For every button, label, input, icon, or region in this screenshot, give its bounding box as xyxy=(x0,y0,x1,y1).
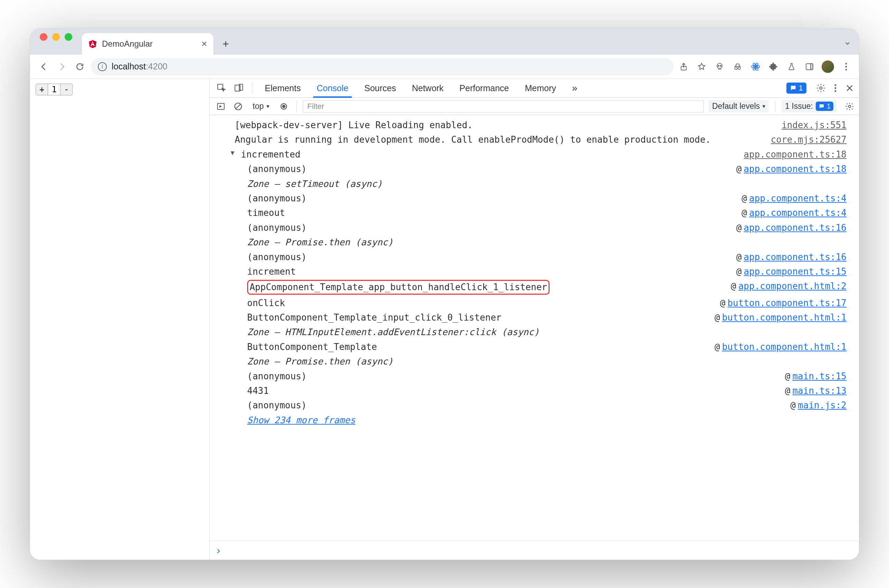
frame-location: @app.component.html:2 xyxy=(731,280,847,294)
chrome-menu-icon[interactable] xyxy=(840,61,852,72)
side-panel-icon[interactable] xyxy=(803,61,815,72)
frame-function: Zone — HTMLInputElement.addEventListener… xyxy=(247,326,847,338)
frame-location: @app.component.ts:4 xyxy=(742,207,847,219)
new-tab-button[interactable]: + xyxy=(219,37,233,51)
svg-point-27 xyxy=(282,105,285,108)
tab-sources[interactable]: Sources xyxy=(358,79,402,98)
separator xyxy=(775,101,775,112)
issues-label: 1 Issue: xyxy=(785,102,813,111)
decrement-button[interactable]: - xyxy=(60,84,72,95)
svg-point-4 xyxy=(718,65,719,66)
chevron-down-icon: ▾ xyxy=(763,103,765,110)
group-title: incremented xyxy=(241,148,737,160)
star-icon[interactable] xyxy=(696,61,707,72)
source-link[interactable]: app.component.html:2 xyxy=(738,281,847,291)
tabs-overflow-icon[interactable]: » xyxy=(566,79,584,98)
stack-frame: (anonymous)@app.component.ts:16 xyxy=(210,250,859,264)
frame-function: 4431 xyxy=(247,384,785,397)
frame-function: (anonymous) xyxy=(247,222,736,234)
stack-frame: increment@app.component.ts:15 xyxy=(210,264,859,279)
frame-location: @button.component.html:1 xyxy=(715,311,847,324)
log-source-link[interactable]: index.js:551 xyxy=(781,119,847,131)
clear-console-icon[interactable] xyxy=(232,100,244,112)
profile-avatar[interactable] xyxy=(821,60,834,73)
close-tab-button[interactable]: × xyxy=(201,38,207,50)
content-area: + 1 - Elements Console Sourc xyxy=(30,79,859,560)
issues-link[interactable]: 1 Issue: 1 xyxy=(781,100,837,112)
app-page: + 1 - xyxy=(30,79,210,560)
log-message: [webpack-dev-server] Live Reloading enab… xyxy=(235,119,775,131)
frame-function: (anonymous) xyxy=(247,251,736,263)
close-window-button[interactable] xyxy=(40,33,47,41)
device-toolbar-icon[interactable] xyxy=(232,81,246,95)
reload-button[interactable] xyxy=(73,60,87,74)
filter-input[interactable]: Filter xyxy=(303,100,704,112)
log-row: Angular is running in development mode. … xyxy=(210,132,859,147)
inspect-element-icon[interactable] xyxy=(215,81,228,95)
show-more-link[interactable]: Show 234 more frames xyxy=(247,415,355,425)
log-source-link[interactable]: app.component.ts:18 xyxy=(744,148,847,160)
stack-frame: Zone — HTMLInputElement.addEventListener… xyxy=(210,325,859,339)
show-more-frames[interactable]: Show 234 more frames xyxy=(210,413,859,428)
source-link[interactable]: main.ts:15 xyxy=(792,371,847,381)
levels-label: Default levels xyxy=(712,102,760,111)
minimize-window-button[interactable] xyxy=(52,33,60,41)
issues-chip-count: 1 xyxy=(827,102,830,110)
frame-location: @button.component.html:1 xyxy=(715,340,847,353)
devtools-close-icon[interactable] xyxy=(845,84,854,93)
devtools-menu-icon[interactable] xyxy=(834,84,837,93)
log-levels-selector[interactable]: Default levels ▾ xyxy=(709,100,769,112)
source-link[interactable]: app.component.ts:16 xyxy=(744,252,847,262)
execution-context-selector[interactable]: top ▾ xyxy=(249,100,273,112)
console-sidebar-toggle-icon[interactable] xyxy=(215,100,227,112)
source-link[interactable]: app.component.ts:4 xyxy=(749,193,847,204)
issues-badge-count: 1 xyxy=(799,84,803,93)
stack-frame: onClick@button.component.ts:17 xyxy=(210,296,859,310)
source-link[interactable]: button.component.ts:17 xyxy=(728,298,847,308)
skull-extension-icon[interactable] xyxy=(714,61,725,72)
back-button[interactable] xyxy=(37,60,51,74)
devtools-panel: Elements Console Sources Network Perform… xyxy=(210,79,859,560)
react-devtools-icon[interactable] xyxy=(750,61,761,72)
incognito-extension-icon[interactable] xyxy=(732,61,743,72)
source-link[interactable]: app.component.ts:15 xyxy=(744,266,847,277)
forward-button[interactable] xyxy=(55,60,69,74)
share-icon[interactable] xyxy=(678,61,689,72)
source-link[interactable]: app.component.ts:16 xyxy=(744,222,847,233)
toolbar-icons xyxy=(678,60,852,73)
tab-network[interactable]: Network xyxy=(406,79,450,98)
prompt-chevron-icon: › xyxy=(217,544,220,556)
source-link[interactable]: main.js:2 xyxy=(798,400,847,410)
frame-location: @main.ts:15 xyxy=(785,370,847,382)
source-link[interactable]: app.component.ts:4 xyxy=(749,208,847,218)
tab-memory[interactable]: Memory xyxy=(518,79,562,98)
browser-tab[interactable]: DemoAngular × xyxy=(82,33,213,55)
frame-location: @button.component.ts:17 xyxy=(720,297,847,309)
live-expression-icon[interactable] xyxy=(278,100,290,112)
tab-performance[interactable]: Performance xyxy=(453,79,515,98)
log-source-link[interactable]: core.mjs:25627 xyxy=(771,134,847,146)
issues-badge[interactable]: 1 xyxy=(786,82,806,94)
devtools-settings-icon[interactable] xyxy=(816,83,826,93)
tabs-overflow-button[interactable]: ⌄ xyxy=(844,36,851,47)
window-traffic-lights xyxy=(40,28,72,55)
frame-location: @app.component.ts:4 xyxy=(742,192,847,204)
source-link[interactable]: button.component.html:1 xyxy=(722,342,847,352)
url-input[interactable]: i localhost:4200 xyxy=(91,58,674,75)
stack-frame: AppComponent_Template_app_button_handleC… xyxy=(210,279,859,296)
console-prompt[interactable]: › xyxy=(210,541,859,560)
site-info-icon[interactable]: i xyxy=(98,62,107,71)
log-group-header[interactable]: incremented app.component.ts:18 xyxy=(210,147,859,162)
maximize-window-button[interactable] xyxy=(65,33,72,41)
source-link[interactable]: app.component.ts:18 xyxy=(744,164,847,174)
tab-elements[interactable]: Elements xyxy=(258,79,307,98)
source-link[interactable]: main.ts:13 xyxy=(792,386,847,396)
extensions-icon[interactable] xyxy=(768,61,779,72)
tab-console[interactable]: Console xyxy=(310,79,354,98)
chevron-down-icon: ▾ xyxy=(266,103,269,110)
increment-button[interactable]: + xyxy=(36,84,48,95)
flask-extension-icon[interactable] xyxy=(785,61,797,72)
source-link[interactable]: button.component.html:1 xyxy=(722,312,847,322)
address-bar: i localhost:4200 xyxy=(30,55,859,79)
console-settings-icon[interactable] xyxy=(845,102,854,111)
